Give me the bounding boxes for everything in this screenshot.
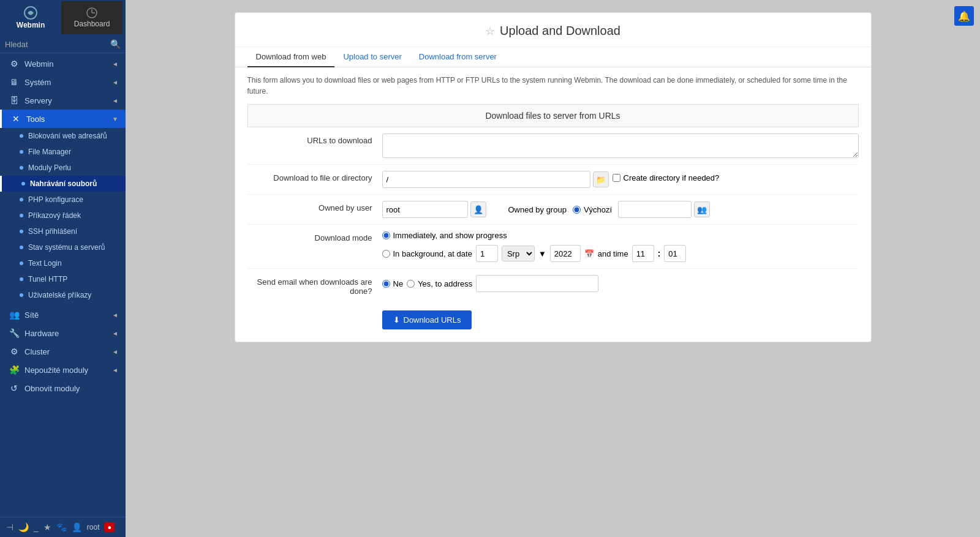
- sidebar-subitem-text-login[interactable]: Text Login: [0, 255, 126, 271]
- sidebar-subitem-moduly-perlu[interactable]: Moduly Perlu: [0, 160, 126, 176]
- calendar-icon: 📅: [584, 249, 594, 258]
- subitem-filemanager-label: File Manager: [28, 148, 71, 156]
- card-title-bar: ☆ Upload and Download: [235, 13, 871, 47]
- page-title: Upload and Download: [500, 24, 620, 38]
- dot-icon-8: [20, 246, 23, 249]
- system-nav-icon: 🖥: [9, 77, 20, 87]
- dir-browse-button[interactable]: 📁: [593, 171, 609, 187]
- sidebar: Webmin Dashboard 🔍 ⚙ Webmin ◄ 🖥 Systém: [0, 0, 126, 537]
- sidebar-subitem-php[interactable]: PHP konfigurace: [0, 192, 126, 208]
- search-input[interactable]: [5, 40, 110, 49]
- footer-icon-1[interactable]: ⊣: [6, 522, 13, 532]
- time-label: and time: [598, 249, 628, 258]
- sidebar-subitem-tunel[interactable]: Tunel HTTP: [0, 271, 126, 287]
- sidebar-subitem-blokovani[interactable]: Blokování web adresářů: [0, 128, 126, 144]
- dashboard-button[interactable]: Dashboard: [61, 1, 123, 34]
- tab-upload-server[interactable]: Upload to server: [334, 47, 410, 67]
- action-row: ⬇ Download URLs: [235, 302, 871, 329]
- user-browse-button[interactable]: 👤: [470, 201, 486, 217]
- date-year-input[interactable]: [550, 245, 581, 262]
- email-yes-label[interactable]: Yes, to address: [407, 279, 472, 288]
- email-no-radio[interactable]: [382, 280, 390, 288]
- sidebar-item-servers[interactable]: 🗄 Servery ◄: [0, 91, 126, 110]
- date-month-select[interactable]: Srp LedÚnoBřeDub KvěČvnČvcZář ŘíjLisPro: [502, 246, 535, 261]
- folder-icon: 📁: [596, 175, 606, 184]
- urls-textarea[interactable]: [382, 133, 859, 158]
- sidebar-subitem-stav[interactable]: Stav systému a serverů: [0, 239, 126, 255]
- date-day-input[interactable]: [476, 245, 498, 262]
- owned-group-input[interactable]: [618, 201, 692, 218]
- tab-download-web[interactable]: Download from web: [247, 47, 335, 67]
- mode-background-label[interactable]: In background, at date: [382, 249, 472, 258]
- sidebar-item-site-label: Sítě: [24, 310, 39, 320]
- download-dir-input[interactable]: [382, 171, 590, 188]
- sidebar-item-system[interactable]: 🖥 Systém ◄: [0, 73, 126, 91]
- sidebar-item-site[interactable]: 👥 Sítě ◄: [0, 306, 126, 324]
- dashboard-icon: [86, 7, 97, 18]
- servers-nav-icon: 🗄: [9, 96, 20, 105]
- bell-icon: 🔔: [958, 10, 970, 22]
- mode-immediate-radio[interactable]: [382, 231, 390, 239]
- nepouzite-icon: 🧩: [9, 365, 20, 375]
- sidebar-item-webmin-label: Webmin: [24, 59, 53, 69]
- star-icon[interactable]: ☆: [485, 24, 495, 38]
- time-hour-input[interactable]: [632, 245, 654, 262]
- footer-icon-3[interactable]: _: [34, 522, 39, 532]
- subitem-textlogin-label: Text Login: [28, 259, 62, 268]
- sidebar-item-cluster[interactable]: ⚙ Cluster ◄: [0, 342, 126, 361]
- webmin-logo-button[interactable]: Webmin: [0, 0, 61, 36]
- footer-username: root: [87, 523, 100, 531]
- create-dir-label[interactable]: Create directory if needed?: [612, 173, 720, 182]
- download-urls-button[interactable]: ⬇ Download URLs: [382, 310, 472, 329]
- main-nav: ⚙ Webmin ◄ 🖥 Systém ◄ 🗄 Servery ◄ ✕ Tool…: [0, 53, 126, 304]
- tools-nav-icon: ✕: [10, 114, 21, 124]
- mode-radio-group: Immediately, and show progress In backgr…: [382, 231, 687, 262]
- footer-icon-5[interactable]: 🐾: [56, 522, 67, 532]
- chevron-right-icon-4: ◄: [112, 312, 118, 318]
- sidebar-item-tools[interactable]: ✕ Tools ▼: [0, 110, 126, 128]
- group-default-radio[interactable]: [573, 206, 581, 214]
- tab-download-server[interactable]: Download from server: [410, 47, 505, 67]
- mode-immediate-label[interactable]: Immediately, and show progress: [382, 231, 687, 240]
- group-default-radio-label[interactable]: Výchozí: [573, 205, 612, 214]
- footer-icon-2[interactable]: 🌙: [18, 522, 29, 532]
- dot-icon-9: [20, 261, 23, 265]
- sidebar-subitem-uzivatelske[interactable]: Uživatelské příkazy: [0, 287, 126, 303]
- main-content: 🔔 ☆ Upload and Download Download from we…: [126, 0, 980, 537]
- sidebar-subitem-ssh[interactable]: SSH přihlášení: [0, 223, 126, 239]
- cluster-icon: ⚙: [9, 347, 20, 356]
- chevron-right-icon-3: ◄: [112, 97, 118, 104]
- subitem-php-label: PHP konfigurace: [28, 195, 83, 204]
- mode-background-radio[interactable]: [382, 250, 390, 258]
- sidebar-subitem-prikazovy[interactable]: Příkazový řádek: [0, 208, 126, 223]
- urls-label: URLs to download: [247, 133, 382, 145]
- form-row-mode: Download mode Immediately, and show prog…: [247, 225, 859, 269]
- sidebar-item-hardware[interactable]: 🔧 Hardware ◄: [0, 324, 126, 342]
- email-yes-radio[interactable]: [407, 280, 415, 288]
- footer-icon-4[interactable]: ★: [43, 522, 51, 532]
- chevron-right-icon-6: ◄: [112, 348, 118, 355]
- search-icon[interactable]: 🔍: [110, 39, 121, 49]
- sidebar-item-system-label: Systém: [24, 78, 51, 87]
- sidebar-item-nepouzite[interactable]: 🧩 Nepoužité moduly ◄: [0, 361, 126, 379]
- sidebar-item-webmin[interactable]: ⚙ Webmin ◄: [0, 54, 126, 73]
- download-icon: ⬇: [393, 315, 400, 325]
- sidebar-subitem-file-manager[interactable]: File Manager: [0, 144, 126, 160]
- dot-icon-4: [21, 182, 25, 186]
- notification-bell-button[interactable]: 🔔: [954, 6, 974, 26]
- owned-user-input[interactable]: [382, 201, 468, 218]
- footer-logout-button[interactable]: ●: [104, 522, 115, 532]
- subitem-uzivatelske-label: Uživatelské příkazy: [28, 291, 91, 299]
- group-input-group: 👥: [618, 201, 710, 218]
- create-dir-checkbox[interactable]: [612, 174, 620, 182]
- footer-user-icon[interactable]: 👤: [72, 522, 82, 532]
- time-min-input[interactable]: [664, 245, 686, 262]
- email-address-input[interactable]: [476, 275, 598, 292]
- group-browse-button[interactable]: 👥: [694, 201, 710, 217]
- search-bar: 🔍: [0, 36, 126, 53]
- sidebar-item-obnovit[interactable]: ↺ Obnovit moduly: [0, 379, 126, 397]
- chevron-right-icon: ◄: [112, 61, 118, 67]
- email-no-label[interactable]: Ne: [382, 279, 404, 288]
- sidebar-subitem-nahravani[interactable]: Nahrávání souborů: [0, 176, 126, 192]
- dot-icon-3: [20, 166, 23, 170]
